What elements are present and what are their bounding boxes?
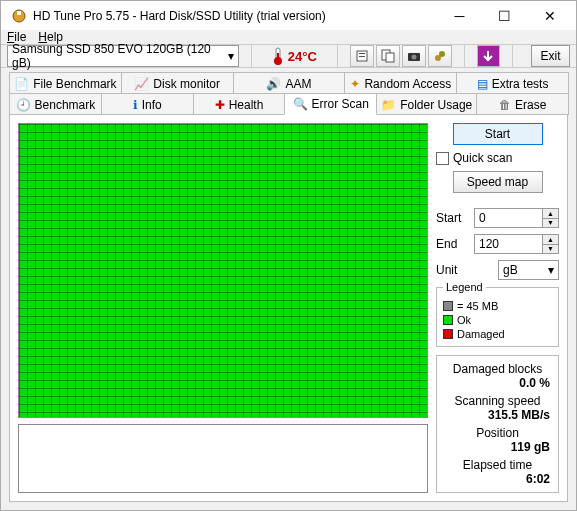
tab-file-benchmark[interactable]: 📄File Benchmark — [9, 72, 122, 94]
start-input-row: Start 0 ▲▼ — [436, 208, 559, 228]
settings-button[interactable] — [428, 45, 452, 67]
spin-up-icon[interactable]: ▲ — [543, 235, 558, 245]
close-button[interactable]: ✕ — [527, 1, 572, 30]
tab-erase[interactable]: 🗑Erase — [476, 93, 569, 115]
legend-ok-swatch — [443, 315, 453, 325]
app-icon — [11, 8, 27, 24]
unit-label: Unit — [436, 263, 472, 277]
tab-health[interactable]: ✚Health — [193, 93, 286, 115]
damaged-blocks-label: Damaged blocks — [453, 362, 542, 376]
right-panel: Start Quick scan Speed map Start 0 ▲▼ En… — [436, 123, 559, 493]
svg-rect-6 — [359, 53, 365, 54]
start-value[interactable]: 0 — [475, 209, 542, 227]
spin-down-icon[interactable]: ▼ — [543, 245, 558, 254]
toolbar-icons — [350, 45, 452, 67]
legend-title: Legend — [443, 281, 486, 293]
left-panel — [18, 123, 428, 493]
tab-benchmark[interactable]: 🕘Benchmark — [9, 93, 102, 115]
toolbar: Samsung SSD 850 EVO 120GB (120 gB) ▾ 24°… — [1, 44, 576, 68]
elapsed-label: Elapsed time — [463, 458, 532, 472]
random-icon: ✦ — [350, 77, 360, 91]
chevron-down-icon: ▾ — [548, 263, 554, 277]
quick-scan-checkbox[interactable] — [436, 152, 449, 165]
svg-rect-9 — [386, 53, 394, 62]
screenshot-button[interactable] — [402, 45, 426, 67]
info-icon: ℹ — [133, 98, 138, 112]
copy-info-button[interactable] — [350, 45, 374, 67]
damaged-blocks-value: 0.0 % — [519, 376, 550, 390]
tab-content: Start Quick scan Speed map Start 0 ▲▼ En… — [9, 114, 568, 502]
legend-damaged-swatch — [443, 329, 453, 339]
legend-box: Legend = 45 MB Ok Damaged — [436, 287, 559, 347]
elapsed-value: 6:02 — [526, 472, 550, 486]
speed-map-button[interactable]: Speed map — [453, 171, 543, 193]
position-value: 119 gB — [511, 440, 550, 454]
spin-down-icon[interactable]: ▼ — [543, 219, 558, 228]
start-button[interactable]: Start — [453, 123, 543, 145]
tab-folder-usage[interactable]: 📁Folder Usage — [376, 93, 477, 115]
end-value[interactable]: 120 — [475, 235, 542, 253]
folder-icon: 📁 — [381, 98, 396, 112]
exit-button[interactable]: Exit — [531, 45, 570, 67]
scan-grid — [18, 123, 428, 418]
end-input-row: End 120 ▲▼ — [436, 234, 559, 254]
svg-point-11 — [411, 55, 416, 60]
svg-rect-4 — [277, 53, 279, 60]
scan-speed-value: 315.5 MB/s — [488, 408, 550, 422]
legend-block-swatch — [443, 301, 453, 311]
health-icon: ✚ — [215, 98, 225, 112]
quick-scan-row[interactable]: Quick scan — [436, 151, 559, 165]
stats-box: Damaged blocks0.0 % Scanning speed315.5 … — [436, 355, 559, 493]
tab-area: 📄File Benchmark 📈Disk monitor 🔊AAM ✦Rand… — [1, 68, 576, 510]
start-spinner[interactable]: 0 ▲▼ — [474, 208, 559, 228]
tab-random-access[interactable]: ✦Random Access — [344, 72, 457, 94]
svg-point-13 — [439, 51, 445, 57]
titlebar: HD Tune Pro 5.75 - Hard Disk/SSD Utility… — [1, 1, 576, 30]
maximize-button[interactable]: ☐ — [482, 1, 527, 30]
tab-row-1: 📄File Benchmark 📈Disk monitor 🔊AAM ✦Rand… — [9, 72, 568, 94]
list-icon: ▤ — [477, 77, 488, 91]
copy-all-button[interactable] — [376, 45, 400, 67]
unit-select[interactable]: gB ▾ — [498, 260, 559, 280]
start-label: Start — [436, 211, 472, 225]
drive-select[interactable]: Samsung SSD 850 EVO 120GB (120 gB) ▾ — [7, 45, 239, 67]
drive-select-value: Samsung SSD 850 EVO 120GB (120 gB) — [12, 42, 228, 70]
app-window: HD Tune Pro 5.75 - Hard Disk/SSD Utility… — [0, 0, 577, 511]
save-button[interactable] — [477, 45, 500, 67]
tab-disk-monitor[interactable]: 📈Disk monitor — [121, 72, 234, 94]
tab-error-scan[interactable]: 🔍Error Scan — [284, 93, 377, 115]
file-benchmark-icon: 📄 — [14, 77, 29, 91]
chevron-down-icon: ▾ — [228, 49, 234, 63]
svg-rect-1 — [17, 11, 21, 15]
spin-up-icon[interactable]: ▲ — [543, 209, 558, 219]
minimize-button[interactable]: ─ — [437, 1, 482, 30]
end-label: End — [436, 237, 472, 251]
log-area — [18, 424, 428, 493]
svg-rect-7 — [359, 56, 365, 57]
quick-scan-label: Quick scan — [453, 151, 512, 165]
position-label: Position — [476, 426, 519, 440]
tab-info[interactable]: ℹInfo — [101, 93, 194, 115]
thermometer-icon — [272, 47, 284, 65]
window-title: HD Tune Pro 5.75 - Hard Disk/SSD Utility… — [33, 9, 437, 23]
tab-extra-tests[interactable]: ▤Extra tests — [456, 72, 569, 94]
temperature-value: 24°C — [288, 49, 317, 64]
monitor-icon: 📈 — [134, 77, 149, 91]
temperature-display: 24°C — [264, 45, 325, 67]
speaker-icon: 🔊 — [266, 77, 281, 91]
unit-value: gB — [503, 263, 518, 277]
unit-row: Unit gB ▾ — [436, 260, 559, 280]
gauge-icon: 🕘 — [16, 98, 31, 112]
tab-aam[interactable]: 🔊AAM — [233, 72, 346, 94]
scan-speed-label: Scanning speed — [454, 394, 540, 408]
search-icon: 🔍 — [293, 97, 308, 111]
trash-icon: 🗑 — [499, 98, 511, 112]
tab-row-2: 🕘Benchmark ℹInfo ✚Health 🔍Error Scan 📁Fo… — [9, 93, 568, 115]
end-spinner[interactable]: 120 ▲▼ — [474, 234, 559, 254]
